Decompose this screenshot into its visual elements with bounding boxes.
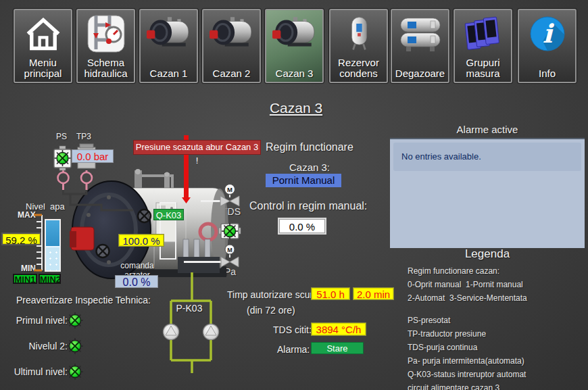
- toolbar-button-schema-hidraulica[interactable]: Schema hidraulica: [76, 9, 135, 83]
- burner-power-readout: 100.0 %: [118, 234, 164, 247]
- metering-devices-icon: [455, 10, 511, 57]
- toolbar-button-label: Info: [519, 57, 575, 82]
- autorizare-hours-readout: 51.0 h: [311, 287, 350, 300]
- legend: Legenda Regim functionare cazan: 0-Oprit…: [390, 246, 585, 390]
- page-title: Cazan 3: [255, 100, 337, 116]
- toolbar-button-label: Cazan 1: [141, 57, 197, 82]
- toolbar-button-label: Degazoare: [392, 57, 448, 82]
- water-bubbles: [46, 247, 59, 270]
- boiler-photo-icon: [141, 10, 197, 57]
- toolbar-button-meniu-principal[interactable]: Meniu principal: [14, 9, 72, 83]
- toolbar-button-grupuri-masura[interactable]: Grupuri masura: [454, 9, 512, 83]
- regim-title: Regim functionare: [266, 141, 353, 153]
- pa-valve-label: Pa: [224, 266, 236, 277]
- info-icon: i: [519, 10, 575, 57]
- toolbar-button-label: Rezervor condens: [330, 57, 387, 82]
- alarms-empty-row: No entries available.: [393, 143, 581, 171]
- inspectie-row-label: Ultimul nivel:: [14, 366, 68, 377]
- hmi-screen: Meniu principal Schema hidraulica: [0, 0, 588, 390]
- legend-line: PS-presotat: [408, 316, 585, 325]
- alarma-status-badge: Stare normala: [311, 342, 364, 354]
- inspectie-row-label: Nivelul 2:: [14, 341, 68, 351]
- autorizare-total-label: (din 72 ore): [247, 305, 295, 316]
- regim-boiler-label: Cazan 3:: [289, 162, 330, 173]
- alarms-empty-text: No entries available.: [401, 151, 481, 162]
- boiler-photo-icon: [203, 10, 260, 57]
- legend-line: Pa- purja intermitenta(automata): [408, 356, 585, 366]
- alarms-panel: No entries available.: [390, 138, 585, 248]
- inspectie-row-label: Primul nivel:: [14, 315, 68, 326]
- home-icon: [15, 10, 71, 57]
- water-level-gauge: [45, 219, 61, 272]
- toolbar-button-degazoare[interactable]: Degazoare: [391, 9, 449, 83]
- water-level-max-label: MAX: [18, 210, 36, 220]
- tp3-label: TP3: [76, 132, 91, 141]
- svg-text:M: M: [227, 247, 232, 253]
- piping-schematic-icon: [78, 10, 134, 57]
- toolbar-button-label: Meniu principal: [15, 57, 71, 82]
- degazoare-tanks-icon: [392, 10, 448, 57]
- legend-line: circuit alimentare cazan 3: [408, 383, 585, 390]
- min1-indicator: MIN1: [13, 274, 37, 284]
- legend-line: 2-Automat 3-Service-Mententata: [408, 293, 585, 303]
- legend-line: Q-K03-status intreruptor automat: [408, 370, 585, 379]
- toolbar-button-rezervor-condens[interactable]: Rezervor condens: [329, 9, 388, 83]
- toolbar-button-label: Cazan 2: [203, 57, 260, 82]
- water-level-min-label: MIN: [21, 264, 36, 273]
- burner-cmd-readout: 0.0 %: [115, 275, 158, 288]
- inspectie-title: Preavertizare Inspectie Tehnica:: [16, 295, 151, 306]
- water-level-value: 59.2 %: [1, 233, 41, 245]
- min2-indicator: MIN2: [39, 274, 61, 284]
- tds-valve-label: TDS: [222, 206, 241, 217]
- toolbar-button-info[interactable]: i Info: [518, 9, 577, 83]
- legend-line: 0-Oprit manual 1-Pornit manual: [408, 280, 585, 289]
- legend-line: TP-traductor presiune: [408, 329, 585, 339]
- legend-title: Legenda: [390, 247, 585, 261]
- toolbar-button-cazan-3[interactable]: Cazan 3: [265, 9, 324, 83]
- toolbar-button-cazan-2[interactable]: Cazan 2: [202, 9, 261, 83]
- legend-line: TDS-purja continua: [408, 343, 585, 352]
- pressure-readout: 0.0 bar: [72, 149, 114, 163]
- tds-citit-label: TDS citit:: [273, 324, 312, 335]
- autorizare-minutes-readout: 2.0 min: [353, 287, 394, 300]
- mode-readout[interactable]: Pornit Manual: [266, 174, 341, 187]
- alarm-banner: Presiune scazuta abur Cazan 3 !: [133, 140, 261, 155]
- toolbar-button-label: Grupuri masura: [455, 57, 511, 82]
- condens-tank-icon: [330, 10, 387, 57]
- alarma-label: Alarma:: [277, 344, 310, 355]
- svg-text:M: M: [227, 186, 232, 193]
- autorizare-label: Timp autorizare scurs: [227, 289, 318, 300]
- alarms-panel-title: Alarme active: [390, 124, 585, 135]
- manual-control-input[interactable]: 0.0 %: [279, 219, 325, 233]
- ps-label: PS: [56, 132, 67, 141]
- pump-group-label: P-K03: [168, 303, 211, 314]
- svg-text:i: i: [542, 18, 554, 49]
- legend-line: Regim functionare cazan:: [408, 266, 585, 276]
- manual-control-label: Control in regim manual:: [249, 200, 367, 212]
- breaker-label: Q-K03: [153, 209, 184, 220]
- toolbar-button-label: Cazan 3: [266, 57, 322, 82]
- tds-value-readout: 3894 °C/h: [311, 322, 366, 336]
- water-top: [46, 220, 59, 247]
- toolbar-button-cazan-1[interactable]: Cazan 1: [139, 9, 198, 83]
- boiler-photo-icon: [266, 10, 322, 57]
- toolbar-button-label: Schema hidraulica: [78, 57, 134, 82]
